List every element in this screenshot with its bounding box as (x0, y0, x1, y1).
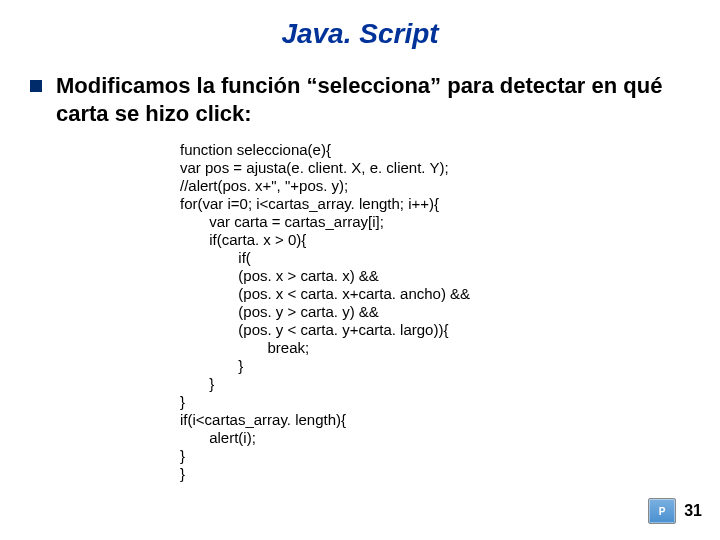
slide-title: Java. Script (0, 0, 720, 50)
slide: Java. Script Modificamos la función “sel… (0, 0, 720, 540)
code-block: function selecciona(e){ var pos = ajusta… (0, 127, 720, 483)
bullet-text: Modificamos la función “selecciona” para… (56, 72, 690, 127)
bullet-row: Modificamos la función “selecciona” para… (0, 50, 720, 127)
page-number: 31 (684, 502, 702, 520)
footer-logo-icon: P (648, 498, 676, 524)
bullet-square-icon (30, 80, 42, 92)
footer-logo-text: P (659, 506, 666, 517)
